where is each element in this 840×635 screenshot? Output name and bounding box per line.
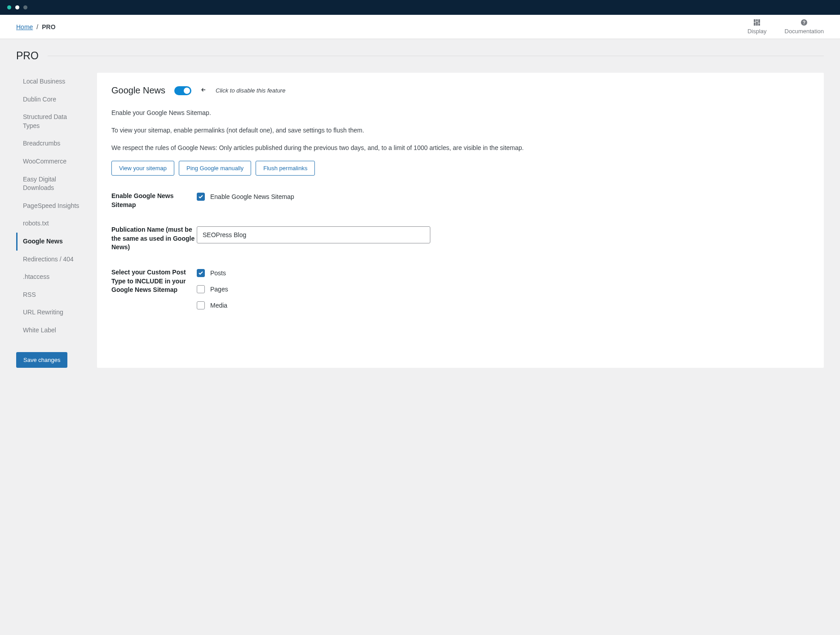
topbar-actions: Display ? Documentation: [747, 19, 824, 35]
layout: Local BusinessDublin CoreStructured Data…: [16, 73, 824, 368]
form-row-publication-name: Publication Name (must be the same as us…: [111, 225, 809, 252]
panel-title: Google News: [111, 85, 165, 96]
toggle-knob: [184, 88, 190, 94]
title-divider: [48, 56, 824, 56]
svg-rect-2: [758, 19, 760, 23]
sidebar: Local BusinessDublin CoreStructured Data…: [16, 73, 86, 368]
documentation-button[interactable]: ? Documentation: [785, 19, 824, 35]
checkbox-row: Pages: [197, 285, 809, 293]
field-control: Enable Google News Sitemap: [197, 192, 809, 209]
post-type-checkbox-posts[interactable]: [197, 269, 205, 277]
checkbox-label: Media: [210, 302, 227, 309]
sidebar-item-robots-txt[interactable]: robots.txt: [16, 215, 86, 233]
display-button[interactable]: Display: [747, 19, 767, 35]
svg-rect-0: [754, 19, 756, 22]
field-label: Select your Custom Post Type to INCLUDE …: [111, 268, 197, 295]
svg-rect-1: [756, 19, 758, 21]
breadcrumb-home-link[interactable]: Home: [16, 23, 33, 31]
window-titlebar: [0, 0, 840, 15]
check-icon: [198, 194, 203, 199]
checkbox-row: Posts: [197, 269, 809, 277]
sidebar-item-redirections-404[interactable]: Redirections / 404: [16, 251, 86, 269]
page-title: PRO: [16, 50, 39, 62]
view-sitemap-button[interactable]: View your sitemap: [111, 161, 174, 176]
field-control: [197, 225, 809, 243]
svg-rect-4: [756, 22, 758, 26]
flush-permalinks-button[interactable]: Flush permalinks: [256, 161, 315, 176]
sidebar-item-easy-digital-downloads[interactable]: Easy Digital Downloads: [16, 171, 86, 197]
sidebar-item-pagespeed-insights[interactable]: PageSpeed Insights: [16, 197, 86, 215]
svg-text:?: ?: [803, 20, 805, 25]
window-dot: [15, 5, 19, 9]
sidebar-item-url-rewriting[interactable]: URL Rewriting: [16, 304, 86, 322]
checkbox-label: Pages: [210, 286, 228, 293]
breadcrumb: Home / PRO: [16, 23, 56, 31]
documentation-label: Documentation: [785, 28, 824, 35]
sidebar-item-structured-data-types[interactable]: Structured Data Types: [16, 108, 86, 135]
toggle-hint: Click to disable this feature: [216, 87, 285, 94]
sidebar-item-dublin-core[interactable]: Dublin Core: [16, 91, 86, 109]
description-line: Enable your Google News Sitemap.: [111, 108, 809, 118]
checkbox-label: Enable Google News Sitemap: [210, 193, 294, 200]
window-dot: [7, 5, 11, 9]
feature-toggle[interactable]: [174, 86, 191, 95]
svg-rect-3: [754, 22, 756, 26]
action-button-row: View your sitemap Ping Google manually F…: [111, 161, 809, 176]
page-title-row: PRO: [16, 50, 824, 62]
check-icon: [198, 270, 203, 276]
arrow-left-icon: [200, 87, 207, 95]
field-label: Enable Google News Sitemap: [111, 192, 197, 209]
content-area: PRO Local BusinessDublin CoreStructured …: [0, 39, 840, 379]
post-type-checkbox-media[interactable]: [197, 301, 205, 309]
sidebar-item-rss[interactable]: RSS: [16, 286, 86, 304]
description-line: We respect the rules of Google News: Onl…: [111, 143, 809, 153]
form-row-enable-sitemap: Enable Google News Sitemap Enable Google…: [111, 192, 809, 209]
breadcrumb-separator: /: [36, 23, 38, 31]
field-control: PostsPagesMedia: [197, 268, 809, 318]
sidebar-item--htaccess[interactable]: .htaccess: [16, 268, 86, 286]
main-panel: Google News Click to disable this featur…: [97, 73, 824, 368]
display-label: Display: [747, 28, 767, 35]
sidebar-item-google-news[interactable]: Google News: [16, 233, 86, 251]
field-label: Publication Name (must be the same as us…: [111, 225, 197, 252]
save-button[interactable]: Save changes: [16, 352, 67, 368]
grid-icon: [753, 19, 760, 26]
checkbox-label: Posts: [210, 269, 226, 277]
panel-header: Google News Click to disable this featur…: [111, 85, 809, 96]
sidebar-item-local-business[interactable]: Local Business: [16, 73, 86, 91]
publication-name-input[interactable]: [197, 226, 430, 243]
post-type-checkbox-pages[interactable]: [197, 285, 205, 293]
topbar: Home / PRO Display ? Documentation: [0, 15, 840, 39]
breadcrumb-current: PRO: [42, 23, 55, 31]
sidebar-item-breadcrumbs[interactable]: Breadcrumbs: [16, 135, 86, 153]
sidebar-item-woocommerce[interactable]: WooCommerce: [16, 153, 86, 171]
enable-sitemap-checkbox[interactable]: [197, 193, 205, 201]
form-row-post-types: Select your Custom Post Type to INCLUDE …: [111, 268, 809, 318]
sidebar-item-white-label[interactable]: White Label: [16, 322, 86, 340]
help-icon: ?: [800, 19, 808, 26]
window-dot: [23, 5, 27, 9]
checkbox-row: Enable Google News Sitemap: [197, 193, 809, 201]
description-block: Enable your Google News Sitemap. To view…: [111, 108, 809, 153]
svg-rect-5: [758, 23, 760, 26]
description-line: To view your sitemap, enable permalinks …: [111, 126, 809, 135]
ping-google-button[interactable]: Ping Google manually: [179, 161, 251, 176]
checkbox-row: Media: [197, 301, 809, 309]
